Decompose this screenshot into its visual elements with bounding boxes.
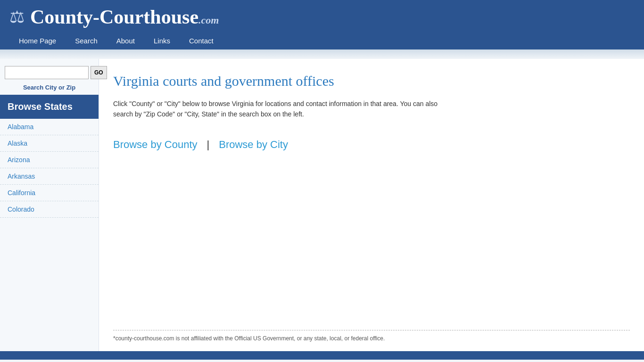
- browse-states-header: Browse States: [0, 95, 99, 119]
- content-area: Virginia courts and government offices C…: [99, 59, 644, 351]
- nav-links[interactable]: Links: [144, 32, 180, 49]
- search-city-label: Search City or Zip: [0, 84, 99, 95]
- main-layout: GO Search City or Zip Browse States Alab…: [0, 59, 644, 351]
- nav-contact[interactable]: Contact: [180, 32, 223, 49]
- state-alabama[interactable]: Alabama: [0, 119, 99, 135]
- search-input[interactable]: [5, 66, 89, 79]
- state-arkansas[interactable]: Arkansas: [0, 168, 99, 185]
- page-title: Virginia courts and government offices: [113, 73, 625, 89]
- nav-home[interactable]: Home Page: [9, 32, 66, 49]
- site-header: ⚖ County-Courthouse.com Home Page Search…: [0, 0, 644, 49]
- browse-separator: |: [207, 139, 210, 151]
- browse-links: Browse by County | Browse by City: [113, 139, 625, 151]
- logo-row: ⚖ County-Courthouse.com: [9, 6, 635, 32]
- logo-com-text: .com: [198, 14, 219, 26]
- nav-about[interactable]: About: [107, 32, 144, 49]
- main-nav: Home Page Search About Links Contact: [9, 32, 635, 49]
- browse-city-link[interactable]: Browse by City: [219, 139, 288, 151]
- search-box-container: GO: [0, 66, 99, 84]
- nav-search[interactable]: Search: [66, 32, 107, 49]
- site-title: County-Courthouse.com: [30, 6, 219, 28]
- scales-icon: ⚖: [9, 7, 25, 27]
- state-arizona[interactable]: Arizona: [0, 152, 99, 168]
- state-colorado[interactable]: Colorado: [0, 201, 99, 218]
- footer-disclaimer: *county-courthouse.com is not affiliated…: [113, 330, 630, 342]
- logo-title-text: County-Courthouse: [30, 6, 198, 28]
- state-california[interactable]: California: [0, 185, 99, 201]
- browse-county-link[interactable]: Browse by County: [113, 139, 198, 151]
- sub-header-gradient: [0, 49, 644, 59]
- description-text: Click "County" or "City" below to browse…: [113, 99, 443, 120]
- state-alaska[interactable]: Alaska: [0, 135, 99, 152]
- bottom-bar: [0, 351, 644, 360]
- sidebar: GO Search City or Zip Browse States Alab…: [0, 59, 99, 351]
